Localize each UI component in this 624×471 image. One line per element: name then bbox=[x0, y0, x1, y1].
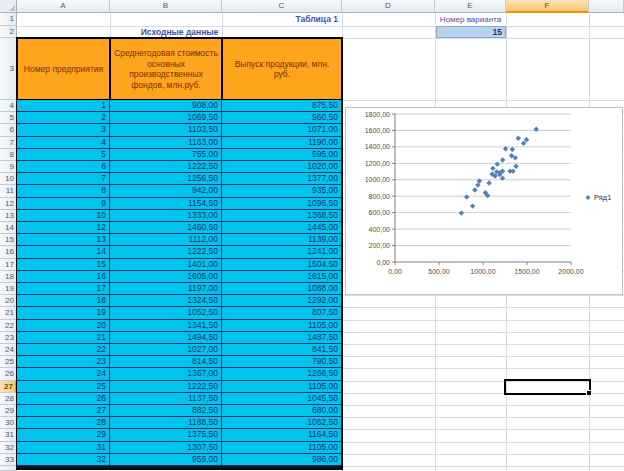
row-header-17[interactable]: 17 bbox=[0, 259, 17, 271]
row-header-8[interactable]: 8 bbox=[0, 149, 17, 161]
row-header-10[interactable]: 10 bbox=[0, 173, 17, 185]
cell-C1-table-caption[interactable]: Таблица 1 bbox=[222, 13, 340, 26]
row-header-7[interactable]: 7 bbox=[0, 137, 17, 149]
cell[interactable]: 10 bbox=[17, 210, 110, 222]
cell[interactable]: 4 bbox=[17, 137, 110, 149]
cell[interactable]: 1197,00 bbox=[110, 283, 222, 295]
cell[interactable]: 1367,00 bbox=[110, 368, 222, 380]
cell[interactable]: 1256,50 bbox=[110, 173, 222, 185]
row-header-16[interactable]: 16 bbox=[0, 246, 17, 258]
table-header-output[interactable]: Выпуск продукции, млн. руб. bbox=[222, 38, 342, 100]
cell[interactable]: 960,50 bbox=[222, 112, 342, 124]
cell[interactable]: 1375,50 bbox=[110, 429, 222, 441]
cell[interactable]: 27 bbox=[17, 405, 110, 417]
row-header-6[interactable]: 6 bbox=[0, 124, 17, 136]
cell[interactable]: 13 bbox=[17, 234, 110, 246]
row-header-22[interactable]: 22 bbox=[0, 320, 17, 332]
cell[interactable]: 680,00 bbox=[222, 405, 342, 417]
cell[interactable]: 1605,00 bbox=[110, 271, 222, 283]
cell-A2C2-data-title[interactable]: Исходные данные bbox=[17, 26, 342, 38]
cell[interactable]: 1222,50 bbox=[110, 161, 222, 173]
cell[interactable]: 16 bbox=[17, 271, 110, 283]
cell[interactable]: 1020,00 bbox=[222, 161, 342, 173]
column-header-B[interactable]: B bbox=[110, 0, 222, 13]
cell[interactable]: 1445,00 bbox=[222, 222, 342, 234]
cell[interactable]: 20 bbox=[17, 320, 110, 332]
column-header-F[interactable]: F bbox=[506, 0, 589, 13]
cell[interactable]: 28 bbox=[17, 417, 110, 429]
row-header-4[interactable]: 4 bbox=[0, 100, 17, 112]
cell[interactable]: 790,50 bbox=[222, 356, 342, 368]
cell[interactable]: 1103,50 bbox=[110, 124, 222, 136]
cell[interactable]: 841,50 bbox=[222, 344, 342, 356]
row-header-5[interactable]: 5 bbox=[0, 112, 17, 124]
cell[interactable]: 32 bbox=[17, 454, 110, 466]
cell[interactable]: 882,50 bbox=[110, 405, 222, 417]
cell[interactable]: 6 bbox=[17, 161, 110, 173]
cell[interactable]: 1222,50 bbox=[110, 381, 222, 393]
cell[interactable]: 9 bbox=[17, 198, 110, 210]
cell[interactable]: 1071,00 bbox=[222, 124, 342, 136]
cell[interactable]: 1 bbox=[17, 100, 110, 112]
cell[interactable]: 1105,00 bbox=[222, 320, 342, 332]
cell[interactable]: 1069,50 bbox=[110, 112, 222, 124]
row-header-21[interactable]: 21 bbox=[0, 307, 17, 319]
cell[interactable]: 1368,50 bbox=[222, 210, 342, 222]
cell[interactable]: 17 bbox=[17, 283, 110, 295]
row-header-23[interactable]: 23 bbox=[0, 332, 17, 344]
cell[interactable]: 1188,50 bbox=[110, 417, 222, 429]
cell[interactable]: 1139,00 bbox=[222, 234, 342, 246]
cell[interactable]: 1190,00 bbox=[222, 137, 342, 149]
cell[interactable]: 1154,50 bbox=[110, 198, 222, 210]
cell[interactable]: 15 bbox=[17, 259, 110, 271]
cell[interactable]: 1105,00 bbox=[222, 381, 342, 393]
row-header-29[interactable]: 29 bbox=[0, 405, 17, 417]
row-header-24[interactable]: 24 bbox=[0, 344, 17, 356]
cell[interactable]: 7 bbox=[17, 173, 110, 185]
cell[interactable]: 1112,00 bbox=[110, 234, 222, 246]
cell[interactable]: 1027,00 bbox=[110, 344, 222, 356]
cell[interactable]: 755,00 bbox=[110, 149, 222, 161]
cell[interactable]: 1307,50 bbox=[110, 442, 222, 454]
cell[interactable]: 1045,50 bbox=[222, 393, 342, 405]
cell[interactable]: 986,00 bbox=[222, 454, 342, 466]
cell[interactable]: 1088,00 bbox=[222, 283, 342, 295]
row-header-26[interactable]: 26 bbox=[0, 368, 17, 380]
cell[interactable]: 29 bbox=[17, 429, 110, 441]
select-all-corner[interactable] bbox=[0, 0, 17, 13]
cell[interactable]: 1494,50 bbox=[110, 332, 222, 344]
cell[interactable]: 26 bbox=[17, 393, 110, 405]
row-header-30[interactable]: 30 bbox=[0, 417, 17, 429]
row-header-12[interactable]: 12 bbox=[0, 198, 17, 210]
row-header-31[interactable]: 31 bbox=[0, 429, 17, 441]
cell[interactable]: 1333,00 bbox=[110, 210, 222, 222]
cell[interactable]: 22 bbox=[17, 344, 110, 356]
cell[interactable]: 1615,00 bbox=[222, 271, 342, 283]
column-header-A[interactable]: A bbox=[17, 0, 110, 13]
row-header-partial[interactable] bbox=[0, 466, 17, 471]
cell[interactable]: 8 bbox=[17, 185, 110, 197]
cell[interactable]: 31 bbox=[17, 442, 110, 454]
cell[interactable]: 1052,50 bbox=[110, 307, 222, 319]
cell[interactable]: 1241,00 bbox=[222, 246, 342, 258]
cell[interactable]: 1460,50 bbox=[110, 222, 222, 234]
row-header-11[interactable]: 11 bbox=[0, 185, 17, 197]
cell[interactable]: 24 bbox=[17, 368, 110, 380]
scatter-chart[interactable]: 0,00200,00400,00600,00800,001000,001200,… bbox=[345, 107, 623, 295]
selected-cell-F27[interactable] bbox=[504, 379, 591, 395]
row-header-19[interactable]: 19 bbox=[0, 283, 17, 295]
cell[interactable]: 1377,00 bbox=[222, 173, 342, 185]
cell-E2-variant-value[interactable]: 15 bbox=[436, 26, 506, 38]
cell[interactable]: 19 bbox=[17, 307, 110, 319]
cell[interactable]: 935,00 bbox=[222, 185, 342, 197]
cell-E1-variant-label[interactable]: Номер варианта bbox=[435, 13, 506, 26]
row-header-18[interactable]: 18 bbox=[0, 271, 17, 283]
column-header-partial[interactable] bbox=[589, 0, 624, 13]
cell[interactable]: 807,50 bbox=[222, 307, 342, 319]
cell[interactable]: 1401,00 bbox=[110, 259, 222, 271]
column-header-E[interactable]: E bbox=[435, 0, 506, 13]
cell[interactable]: 875,50 bbox=[222, 100, 342, 112]
row-header-15[interactable]: 15 bbox=[0, 234, 17, 246]
cell[interactable]: 2 bbox=[17, 112, 110, 124]
cell[interactable]: 23 bbox=[17, 356, 110, 368]
